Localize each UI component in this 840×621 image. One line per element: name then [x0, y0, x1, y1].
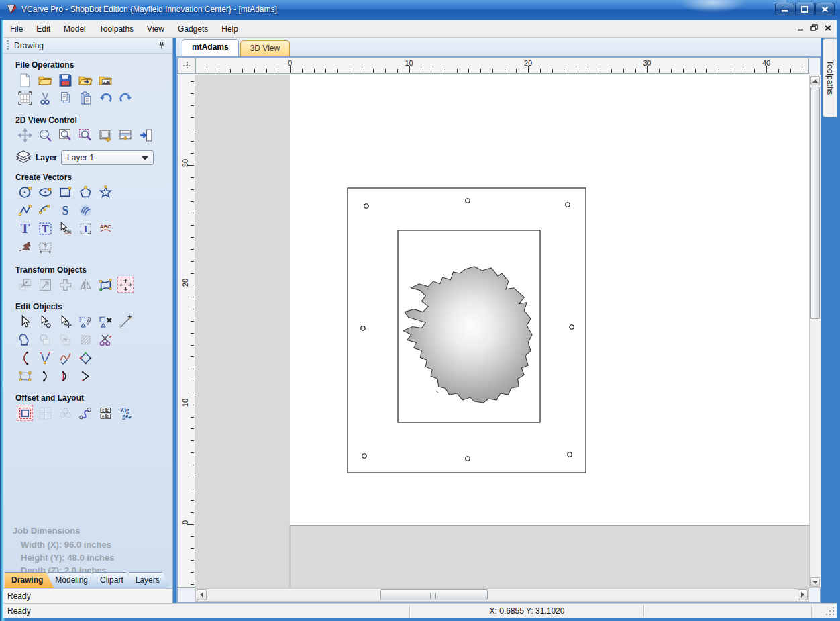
- menu-view[interactable]: View: [140, 21, 171, 36]
- mdi-restore-button[interactable]: [810, 23, 818, 33]
- trace-bitmap-icon[interactable]: [17, 238, 33, 254]
- import-bitmap-icon[interactable]: [97, 72, 113, 88]
- join-vectors-move-icon[interactable]: [37, 368, 53, 384]
- import-vectors-icon[interactable]: [77, 72, 93, 88]
- pan-view-icon[interactable]: [17, 127, 33, 143]
- nesting-icon[interactable]: CDAB: [97, 405, 113, 421]
- fit-arc-icon[interactable]: [17, 350, 33, 366]
- undo-icon[interactable]: [97, 90, 113, 106]
- trim-vectors-icon[interactable]: [57, 332, 73, 348]
- doc-tab-3d-view[interactable]: 3D View: [240, 40, 290, 56]
- resize-grip[interactable]: [826, 607, 835, 616]
- switch-view-icon[interactable]: [138, 127, 154, 143]
- group-objects-icon[interactable]: [77, 314, 93, 330]
- edit-nodes-icon[interactable]: [17, 368, 33, 384]
- mdi-close-button[interactable]: [825, 23, 831, 33]
- drill-hole[interactable]: [566, 203, 570, 207]
- fit-line-icon[interactable]: [57, 350, 73, 366]
- draw-star-icon[interactable]: [97, 184, 113, 200]
- drill-hole[interactable]: [361, 326, 365, 330]
- menu-model[interactable]: Model: [57, 21, 93, 36]
- ruler-origin-box[interactable]: [178, 58, 195, 74]
- fill-vectors-icon[interactable]: [77, 332, 93, 348]
- drill-hole[interactable]: [568, 452, 572, 457]
- zoom-box-icon[interactable]: [57, 127, 73, 143]
- text-select-icon[interactable]: I: [77, 220, 93, 236]
- drill-hole[interactable]: [466, 457, 470, 461]
- drill-hole[interactable]: [466, 199, 470, 203]
- draw-ellipse-icon[interactable]: [37, 184, 53, 200]
- tab-clipart[interactable]: Clipart: [93, 572, 134, 588]
- close-vector-icon[interactable]: [77, 350, 93, 366]
- fit-curve-icon[interactable]: [37, 350, 53, 366]
- job-sheet[interactable]: [290, 75, 809, 526]
- zoom-extents-icon[interactable]: [97, 127, 113, 143]
- cut-vectors-icon[interactable]: [97, 332, 113, 348]
- close-button[interactable]: [815, 3, 835, 15]
- text-box-icon[interactable]: T: [37, 220, 53, 236]
- subtract-vectors-icon[interactable]: [37, 332, 53, 348]
- drill-hole[interactable]: [364, 204, 368, 208]
- vertical-scroll-thumb[interactable]: [810, 87, 820, 319]
- draw-circle-icon[interactable]: [17, 184, 33, 200]
- save-file-icon[interactable]: [57, 72, 73, 88]
- menu-file[interactable]: File: [3, 21, 30, 36]
- distort-object-icon[interactable]: [97, 277, 113, 293]
- create-text-icon[interactable]: T: [17, 220, 33, 236]
- pin-icon[interactable]: [158, 41, 166, 52]
- scroll-right-button[interactable]: [798, 589, 808, 600]
- drill-hole[interactable]: [570, 325, 574, 329]
- job-setup-icon[interactable]: [17, 90, 33, 106]
- scroll-left-button[interactable]: [197, 589, 207, 600]
- copy-along-vectors-icon[interactable]: [77, 405, 93, 421]
- zoom-drawing-icon[interactable]: [117, 127, 134, 143]
- select-tool-icon[interactable]: [17, 314, 33, 330]
- tab-layers[interactable]: Layers: [129, 572, 170, 588]
- set-size-icon[interactable]: [37, 277, 53, 293]
- open-file-icon[interactable]: [37, 72, 53, 88]
- layer-dropdown[interactable]: Layer 1: [61, 150, 154, 165]
- align-objects-icon[interactable]: [117, 277, 134, 293]
- cut-icon[interactable]: [37, 90, 53, 106]
- measure-tool-icon[interactable]: [117, 314, 134, 330]
- join-vectors-curve-icon[interactable]: [77, 368, 93, 384]
- menu-help[interactable]: Help: [215, 21, 245, 36]
- horizontal-scrollbar[interactable]: [195, 588, 809, 602]
- zoom-interactive-icon[interactable]: [37, 127, 53, 143]
- menu-gadgets[interactable]: Gadgets: [171, 21, 215, 36]
- join-vectors-line-icon[interactable]: [57, 368, 73, 384]
- tab-modeling[interactable]: Modeling: [48, 572, 99, 588]
- tab-drawing[interactable]: Drawing: [5, 572, 54, 588]
- mdi-minimize-button[interactable]: [798, 23, 804, 33]
- menu-toolpaths[interactable]: Toolpaths: [93, 21, 140, 36]
- vertical-scrollbar[interactable]: [809, 75, 821, 588]
- draw-curve-icon[interactable]: S: [57, 202, 73, 218]
- redo-icon[interactable]: [117, 90, 134, 106]
- draw-arc-icon[interactable]: [37, 202, 53, 218]
- array-copy-icon[interactable]: [37, 405, 53, 421]
- text-on-curve-icon[interactable]: AB: [57, 220, 73, 236]
- weld-vectors-icon[interactable]: [17, 332, 33, 348]
- toolpaths-tab[interactable]: Toolpaths: [823, 38, 837, 117]
- doc-tab-mtadams[interactable]: mtAdams: [182, 39, 239, 56]
- transform-tool-icon[interactable]: [57, 314, 73, 330]
- draw-polygon-icon[interactable]: [77, 184, 93, 200]
- draw-polyline-icon[interactable]: [17, 202, 33, 218]
- align-centre-icon[interactable]: [57, 277, 73, 293]
- ungroup-objects-icon[interactable]: [97, 314, 113, 330]
- minimize-button[interactable]: [775, 3, 794, 15]
- mirror-objects-icon[interactable]: [77, 277, 93, 293]
- horizontal-scroll-thumb[interactable]: [380, 589, 488, 600]
- panel-grip[interactable]: [7, 40, 9, 51]
- scroll-down-button[interactable]: [810, 577, 820, 587]
- paste-icon[interactable]: [77, 90, 93, 106]
- menu-edit[interactable]: Edit: [30, 21, 57, 36]
- arc-text-icon[interactable]: ABC: [97, 220, 113, 236]
- move-objects-icon[interactable]: [17, 277, 33, 293]
- circular-copy-icon[interactable]: [57, 405, 73, 421]
- maximize-button[interactable]: [795, 3, 815, 15]
- new-file-icon[interactable]: [17, 72, 33, 88]
- offset-vectors-icon[interactable]: [17, 405, 33, 421]
- node-edit-tool-icon[interactable]: [37, 314, 53, 330]
- drawing-viewport[interactable]: [195, 75, 809, 588]
